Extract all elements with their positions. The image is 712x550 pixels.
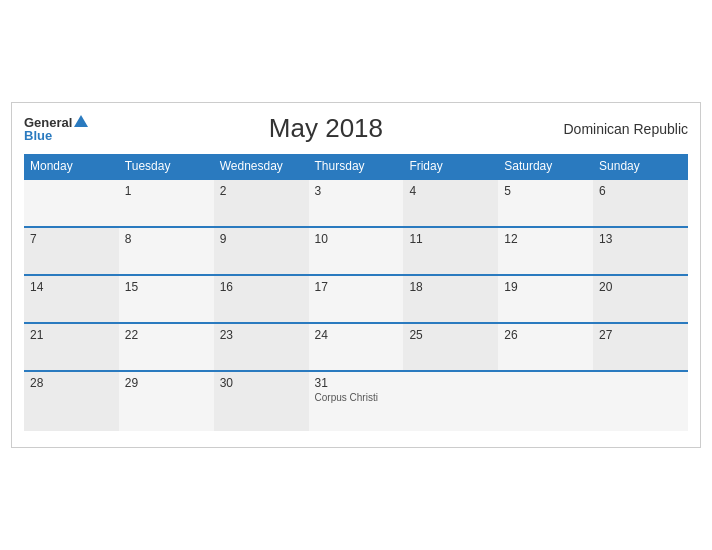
day-number: 8: [125, 232, 208, 246]
calendar-cell: 17: [309, 275, 404, 323]
logo-triangle-icon: [74, 115, 88, 127]
calendar-cell: [593, 371, 688, 431]
day-number: 3: [315, 184, 398, 198]
day-number: 19: [504, 280, 587, 294]
calendar-cell: 3: [309, 179, 404, 227]
calendar-cell: 1: [119, 179, 214, 227]
calendar-cell: 9: [214, 227, 309, 275]
calendar-header: General Blue May 2018 Dominican Republic: [24, 113, 688, 144]
calendar-cell: 27: [593, 323, 688, 371]
day-number: 21: [30, 328, 113, 342]
header-tuesday: Tuesday: [119, 154, 214, 179]
calendar-cell: 11: [403, 227, 498, 275]
calendar-cell: 26: [498, 323, 593, 371]
month-title: May 2018: [269, 113, 383, 144]
calendar-cell: [403, 371, 498, 431]
header-wednesday: Wednesday: [214, 154, 309, 179]
calendar-cell: 19: [498, 275, 593, 323]
day-number: 28: [30, 376, 113, 390]
logo: General Blue: [24, 115, 88, 143]
calendar-cell: 29: [119, 371, 214, 431]
logo-blue: Blue: [24, 128, 52, 143]
calendar-week-2: 78910111213: [24, 227, 688, 275]
calendar-cell: 30: [214, 371, 309, 431]
calendar-cell: 4: [403, 179, 498, 227]
day-number: 2: [220, 184, 303, 198]
day-number: 20: [599, 280, 682, 294]
calendar-cell: 18: [403, 275, 498, 323]
day-number: 6: [599, 184, 682, 198]
calendar-cell: 31Corpus Christi: [309, 371, 404, 431]
day-number: 1: [125, 184, 208, 198]
calendar-week-4: 21222324252627: [24, 323, 688, 371]
header-thursday: Thursday: [309, 154, 404, 179]
calendar-cell: 8: [119, 227, 214, 275]
day-number: 7: [30, 232, 113, 246]
day-number: 5: [504, 184, 587, 198]
calendar-week-3: 14151617181920: [24, 275, 688, 323]
calendar-cell: 16: [214, 275, 309, 323]
calendar-cell: 15: [119, 275, 214, 323]
day-number: 18: [409, 280, 492, 294]
calendar-cell: 24: [309, 323, 404, 371]
day-number: 23: [220, 328, 303, 342]
calendar-cell: 12: [498, 227, 593, 275]
header-friday: Friday: [403, 154, 498, 179]
day-number: 13: [599, 232, 682, 246]
calendar-cell: [498, 371, 593, 431]
event-label: Corpus Christi: [315, 392, 398, 403]
day-number: 4: [409, 184, 492, 198]
calendar-cell: 25: [403, 323, 498, 371]
day-number: 31: [315, 376, 398, 390]
country-label: Dominican Republic: [563, 121, 688, 137]
day-number: 29: [125, 376, 208, 390]
header-sunday: Sunday: [593, 154, 688, 179]
day-number: 12: [504, 232, 587, 246]
calendar-cell: 14: [24, 275, 119, 323]
day-number: 30: [220, 376, 303, 390]
calendar-table: Monday Tuesday Wednesday Thursday Friday…: [24, 154, 688, 431]
calendar-cell: 22: [119, 323, 214, 371]
weekday-header-row: Monday Tuesday Wednesday Thursday Friday…: [24, 154, 688, 179]
day-number: 25: [409, 328, 492, 342]
header-monday: Monday: [24, 154, 119, 179]
day-number: 27: [599, 328, 682, 342]
calendar-cell: 21: [24, 323, 119, 371]
calendar-cell: 7: [24, 227, 119, 275]
day-number: 15: [125, 280, 208, 294]
header-saturday: Saturday: [498, 154, 593, 179]
day-number: 22: [125, 328, 208, 342]
calendar-cell: 20: [593, 275, 688, 323]
calendar-cell: [24, 179, 119, 227]
calendar-body: 1234567891011121314151617181920212223242…: [24, 179, 688, 431]
day-number: 9: [220, 232, 303, 246]
calendar-cell: 10: [309, 227, 404, 275]
calendar-week-1: 123456: [24, 179, 688, 227]
day-number: 24: [315, 328, 398, 342]
day-number: 10: [315, 232, 398, 246]
calendar-cell: 6: [593, 179, 688, 227]
calendar-cell: 5: [498, 179, 593, 227]
day-number: 11: [409, 232, 492, 246]
calendar-cell: 23: [214, 323, 309, 371]
calendar-cell: 13: [593, 227, 688, 275]
day-number: 14: [30, 280, 113, 294]
day-number: 17: [315, 280, 398, 294]
calendar-week-5: 28293031Corpus Christi: [24, 371, 688, 431]
day-number: 26: [504, 328, 587, 342]
calendar-container: General Blue May 2018 Dominican Republic…: [11, 102, 701, 448]
calendar-cell: 28: [24, 371, 119, 431]
day-number: 16: [220, 280, 303, 294]
calendar-cell: 2: [214, 179, 309, 227]
